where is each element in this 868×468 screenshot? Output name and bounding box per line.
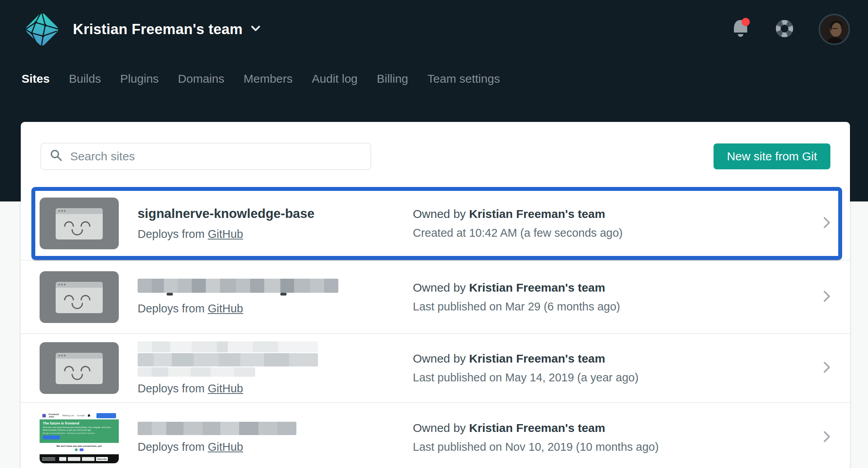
site-row-redacted-3[interactable]: Frontend Jobs Mailing List Contact The f…	[21, 402, 850, 468]
github-link[interactable]: GitHub	[208, 228, 243, 240]
owned-by-label: Owned by	[413, 352, 466, 365]
sites-toolbar: New site from Git	[21, 122, 850, 187]
site-main-info: signalnerve-knowledge-base Deploys from …	[138, 206, 314, 241]
netlify-logo-icon[interactable]	[24, 11, 60, 48]
nav-tab-builds[interactable]: Builds	[69, 72, 101, 85]
site-main-info: Deploys from GitHub	[138, 422, 296, 453]
site-meta: Last published on Nov 10, 2019 (10 month…	[413, 441, 659, 453]
owned-by-label: Owned by	[413, 281, 466, 294]
chevron-right-icon	[823, 290, 830, 304]
help-button[interactable]	[773, 17, 796, 42]
deploy-prefix: Deploys from	[138, 441, 205, 453]
mini-site-cta-button	[96, 413, 116, 418]
team-switcher[interactable]: Kristian Freeman's team	[73, 21, 261, 38]
nav-tab-sites[interactable]: Sites	[22, 72, 50, 85]
deploy-source: Deploys from GitHub	[138, 228, 314, 241]
top-bar: Kristian Freeman's team	[0, 0, 868, 59]
notifications-button[interactable]	[731, 18, 750, 41]
nav-tab-audit-log[interactable]: Audit log	[312, 72, 358, 85]
mini-site-footer: Subscribe	[40, 454, 119, 463]
twitter-icon	[88, 414, 90, 417]
search-sites-field[interactable]	[40, 143, 371, 170]
deploy-prefix: Deploys from	[138, 302, 205, 315]
deploy-prefix: Deploys from	[138, 382, 205, 395]
sites-card: New site from Git signalnerve-knowledge-…	[21, 122, 850, 468]
mini-site-logo-icon	[42, 414, 46, 417]
chevron-down-icon	[251, 25, 261, 34]
redacted-site-name	[138, 279, 338, 293]
deploy-source: Deploys from GitHub	[138, 302, 338, 315]
owned-by-label: Owned by	[413, 421, 466, 434]
mini-site-hero: The future is frontend Find your next gr…	[40, 419, 119, 443]
owner-team-name: Kristian Freeman's team	[469, 207, 605, 220]
team-name: Kristian Freeman's team	[73, 21, 243, 38]
deploy-source: Deploys from GitHub	[138, 441, 296, 453]
nav-tab-team-settings[interactable]: Team settings	[427, 72, 500, 85]
mini-site-brand: Frontend Jobs	[49, 413, 60, 418]
redacted-site-name	[138, 341, 318, 377]
github-link[interactable]: GitHub	[208, 382, 243, 395]
chevron-right-icon	[823, 217, 830, 230]
site-row-redacted-1[interactable]: Deploys from GitHub Owned by Kristian Fr…	[21, 260, 850, 333]
site-row-signalnerve-knowledge-base[interactable]: signalnerve-knowledge-base Deploys from …	[21, 187, 850, 260]
mini-site-link: Mailing List	[62, 414, 74, 417]
search-icon	[50, 149, 63, 164]
site-meta: Last published on May 14, 2019 (a year a…	[413, 371, 639, 384]
user-avatar[interactable]	[819, 14, 850, 45]
mini-site-empty-section: We don't have any jobs posted here, yet!	[40, 443, 119, 454]
redacted-site-name	[138, 422, 296, 435]
mini-site-link: Contact	[77, 414, 85, 417]
nav-tab-domains[interactable]: Domains	[178, 72, 224, 85]
nav-tab-billing[interactable]: Billing	[377, 72, 408, 85]
redacted-name-marks	[138, 293, 338, 297]
bell-icon	[731, 18, 750, 41]
site-owner-info: Owned by Kristian Freeman's team Last pu…	[413, 281, 620, 313]
owner-team-name: Kristian Freeman's team	[469, 281, 605, 294]
site-owner-info: Owned by Kristian Freeman's team Last pu…	[413, 352, 639, 384]
deploy-prefix: Deploys from	[138, 228, 205, 240]
owner-team-name: Kristian Freeman's team	[469, 421, 605, 434]
notification-badge	[742, 18, 750, 26]
github-link[interactable]: GitHub	[208, 302, 243, 315]
site-owner-info: Owned by Kristian Freeman's team Last pu…	[413, 421, 659, 453]
site-thumbnail-placeholder	[40, 198, 119, 249]
deploy-source: Deploys from GitHub	[138, 382, 318, 395]
search-input[interactable]	[69, 149, 362, 163]
site-name: signalnerve-knowledge-base	[138, 206, 314, 221]
chevron-right-icon	[823, 431, 830, 444]
sites-list: signalnerve-knowledge-base Deploys from …	[21, 187, 850, 468]
site-thumbnail-placeholder	[40, 271, 119, 323]
site-main-info: Deploys from GitHub	[138, 279, 338, 315]
nav-tab-members[interactable]: Members	[243, 72, 292, 85]
github-link[interactable]: GitHub	[208, 441, 243, 453]
owner-team-name: Kristian Freeman's team	[469, 352, 605, 365]
mini-site-hero-button	[43, 435, 60, 439]
chevron-right-icon	[823, 361, 830, 375]
primary-nav: Sites Builds Plugins Domains Members Aud…	[22, 72, 500, 85]
new-site-from-git-button[interactable]: New site from Git	[714, 143, 830, 169]
site-thumbnail-screenshot: Frontend Jobs Mailing List Contact The f…	[40, 412, 119, 463]
site-row-redacted-2[interactable]: Deploys from GitHub Owned by Kristian Fr…	[21, 333, 850, 402]
nav-tab-plugins[interactable]: Plugins	[120, 72, 158, 85]
site-main-info: Deploys from GitHub	[138, 341, 318, 395]
mini-site-navbar: Frontend Jobs Mailing List Contact	[40, 412, 119, 419]
site-thumbnail-placeholder	[40, 342, 119, 394]
owned-by-label: Owned by	[413, 207, 466, 220]
top-right-actions	[731, 14, 850, 45]
site-meta: Last published on Mar 29 (6 months ago)	[413, 300, 620, 313]
lifebuoy-icon	[773, 17, 796, 42]
site-meta: Created at 10:42 AM (a few seconds ago)	[413, 227, 623, 239]
site-owner-info: Owned by Kristian Freeman's team Created…	[413, 207, 623, 239]
